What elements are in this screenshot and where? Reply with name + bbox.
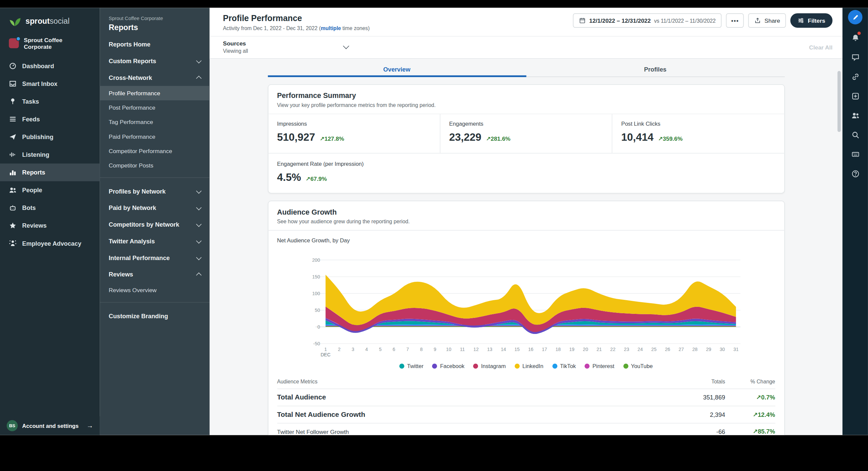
- table-row-total-net-audience-growth[interactable]: Total Net Audience Growth2,394↗12.4%: [277, 406, 775, 423]
- date-compare-value: vs 11/1/2022 – 11/30/2022: [654, 18, 715, 24]
- table-row-total-audience[interactable]: Total Audience351,869↗0.7%: [277, 389, 775, 405]
- reports-nav-reports-home[interactable]: Reports Home: [100, 36, 209, 53]
- reports-nav-customize-branding[interactable]: Customize Branding: [100, 307, 209, 324]
- reports-nav-group-profiles-by-network[interactable]: Profiles by Network: [100, 183, 209, 200]
- tab-profiles[interactable]: Profiles: [526, 62, 785, 76]
- sidebar-item-smart-inbox[interactable]: Smart Inbox: [0, 75, 100, 93]
- svg-text:20: 20: [583, 347, 588, 352]
- reports-nav-reviews-overview[interactable]: Reviews Overview: [100, 283, 209, 297]
- svg-text:16: 16: [528, 347, 533, 352]
- reports-nav-group-twitter-analysis[interactable]: Twitter Analysis: [100, 233, 209, 249]
- svg-text:-50: -50: [313, 341, 320, 346]
- group-label: Competitors by Network: [109, 221, 179, 228]
- svg-text:30: 30: [719, 347, 725, 352]
- svg-text:5: 5: [379, 347, 381, 352]
- reports-nav-paid-performance[interactable]: Paid Performance: [100, 129, 209, 143]
- group-label: Profiles by Network: [109, 188, 165, 195]
- people-icon: [9, 186, 17, 194]
- svg-text:50: 50: [314, 307, 320, 313]
- reports-nav-group-reviews[interactable]: Reviews: [100, 266, 209, 283]
- inbox-icon: [9, 80, 17, 88]
- pin-icon: [9, 98, 17, 105]
- svg-text:19: 19: [569, 347, 574, 352]
- metric-change: ↗281.6%: [486, 135, 510, 142]
- legend-dot: [515, 364, 520, 369]
- account-settings-label: Account and settings: [22, 423, 82, 429]
- chevron-down-icon: [196, 238, 202, 243]
- team-icon[interactable]: [849, 109, 861, 121]
- sidebar-item-publishing[interactable]: Publishing: [0, 128, 100, 146]
- brand-name: sproutsocial: [25, 17, 69, 26]
- svg-text:DEC: DEC: [320, 352, 331, 357]
- legend-tiktok: TikTok: [552, 363, 576, 369]
- sidebar-item-reviews[interactable]: Reviews: [0, 216, 100, 234]
- notification-badge: [857, 31, 861, 35]
- sidebar-item-people[interactable]: People: [0, 181, 100, 199]
- search-icon[interactable]: [849, 129, 861, 141]
- sidebar-item-feeds[interactable]: Feeds: [0, 110, 100, 128]
- account-switcher[interactable]: Sprout Coffee Corporate: [0, 32, 100, 57]
- svg-text:26: 26: [664, 347, 670, 352]
- sidebar-item-employee-advocacy[interactable]: Employee Advocacy: [0, 234, 100, 252]
- reports-nav-competitor-performance[interactable]: Competitor Performance: [100, 143, 209, 158]
- feedback-icon[interactable]: [849, 51, 861, 63]
- compose-icon[interactable]: [848, 10, 862, 24]
- page-subtitle: Activity from Dec 1, 2022 - Dec 31, 2022…: [223, 25, 370, 31]
- legend-label: Facebook: [440, 363, 465, 369]
- metric-value: 510,927: [277, 131, 315, 144]
- row-change: ↗85.7%: [725, 428, 775, 435]
- help-icon[interactable]: [849, 167, 861, 179]
- multiple-timezones-link[interactable]: multiple: [321, 25, 341, 31]
- reports-nav-group-internal-performance[interactable]: Internal Performance: [100, 249, 209, 266]
- reports-nav-post-performance[interactable]: Post Performance: [100, 100, 209, 115]
- sources-label: Sources: [223, 40, 248, 46]
- more-options-button[interactable]: •••: [726, 13, 744, 28]
- header-actions: 12/1/2022 – 12/31/2022 vs 11/1/2022 – 11…: [573, 13, 832, 28]
- reports-nav-group-paid-by-network[interactable]: Paid by Network: [100, 200, 209, 216]
- keyboard-icon[interactable]: [849, 148, 861, 160]
- svg-text:25: 25: [651, 347, 656, 352]
- sidebar-item-reports[interactable]: Reports: [0, 164, 100, 181]
- add-icon[interactable]: [849, 90, 861, 102]
- sidebar-item-listening[interactable]: Listening: [0, 146, 100, 164]
- svg-text:2: 2: [338, 347, 341, 352]
- subtitle-prefix: Activity from Dec 1, 2022 - Dec 31, 2022…: [223, 25, 321, 31]
- svg-text:18: 18: [555, 347, 561, 352]
- sidebar-item-label: Publishing: [22, 134, 53, 140]
- reports-nav-group-custom-reports[interactable]: Custom Reports: [100, 53, 209, 70]
- sidebar-item-dashboard[interactable]: Dashboard: [0, 57, 100, 75]
- svg-text:11: 11: [460, 347, 465, 352]
- sidebar-item-tasks[interactable]: Tasks: [0, 93, 100, 110]
- brand[interactable]: sproutsocial: [0, 8, 100, 31]
- alerts-icon[interactable]: [849, 32, 861, 44]
- sprout-logo-icon: [9, 15, 21, 27]
- reports-nav-competitor-posts[interactable]: Competitor Posts: [100, 158, 209, 172]
- audience-growth-card: Audience Growth See how your audience gr…: [268, 201, 784, 435]
- reports-nav-group-competitors-by-network[interactable]: Competitors by Network: [100, 216, 209, 233]
- legend-facebook: Facebook: [432, 363, 464, 369]
- report-tabs: OverviewProfiles: [268, 62, 784, 77]
- svg-text:100: 100: [312, 291, 320, 296]
- filters-button[interactable]: Filters: [791, 13, 833, 28]
- group-label: Twitter Analysis: [109, 238, 155, 244]
- share-button[interactable]: Share: [749, 13, 786, 28]
- account-settings[interactable]: BS Account and settings →: [0, 416, 100, 435]
- sources-text: Sources Viewing all: [223, 40, 248, 54]
- reports-nav-profile-performance[interactable]: Profile Performance: [100, 86, 209, 100]
- svg-text:0: 0: [317, 324, 320, 330]
- date-range-button[interactable]: 12/1/2022 – 12/31/2022 vs 11/1/2022 – 11…: [573, 13, 721, 28]
- reports-nav-list: Reports HomeCustom ReportsCross-NetworkP…: [100, 36, 209, 324]
- svg-text:10: 10: [446, 347, 451, 352]
- table-row-twitter-net-follower-growth[interactable]: Twitter Net Follower Growth-66↗85.7%: [277, 423, 775, 435]
- sources-dropdown[interactable]: Sources Viewing all: [223, 40, 348, 54]
- tab-overview[interactable]: Overview: [268, 62, 526, 76]
- link-icon[interactable]: [849, 71, 861, 82]
- sidebar-item-bots[interactable]: Bots: [0, 199, 100, 216]
- advocacy-icon: [9, 239, 17, 247]
- clear-all-button[interactable]: Clear All: [809, 43, 833, 50]
- reports-nav-tag-performance[interactable]: Tag Performance: [100, 115, 209, 129]
- legend-twitter: Twitter: [399, 363, 424, 369]
- vertical-scrollbar[interactable]: [838, 71, 841, 132]
- reports-nav-group-cross-network[interactable]: Cross-Network: [100, 69, 209, 86]
- brand-light: social: [50, 17, 69, 26]
